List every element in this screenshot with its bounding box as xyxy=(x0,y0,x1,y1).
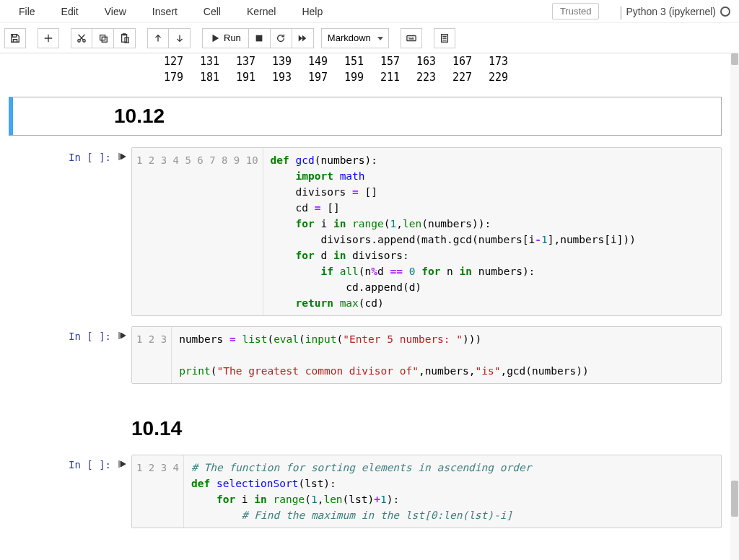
cut-button[interactable] xyxy=(71,28,92,48)
plus-icon xyxy=(43,33,53,43)
move-down-button[interactable] xyxy=(169,28,191,48)
interrupt-button[interactable] xyxy=(249,28,271,48)
menu-help[interactable]: Help xyxy=(289,3,336,20)
save-button[interactable] xyxy=(4,28,26,48)
copy-icon xyxy=(98,33,108,43)
move-up-button[interactable] xyxy=(147,28,169,48)
svg-rect-2 xyxy=(100,35,105,40)
copy-button[interactable] xyxy=(92,28,114,48)
stop-icon xyxy=(254,33,264,43)
svg-rect-3 xyxy=(102,37,107,42)
svg-point-1 xyxy=(83,39,86,42)
svg-rect-7 xyxy=(256,35,263,41)
kernel-name[interactable]: Python 3 (ipykernel) xyxy=(626,6,716,17)
save-icon xyxy=(10,33,20,43)
menu-edit[interactable]: Edit xyxy=(48,3,92,20)
menu-kernel[interactable]: Kernel xyxy=(234,3,289,20)
cell-type-select[interactable]: Markdown xyxy=(321,28,389,48)
menu-insert[interactable]: Insert xyxy=(139,3,191,20)
fast-forward-icon xyxy=(297,33,307,43)
kernel-indicator-icon[interactable] xyxy=(720,6,730,17)
svg-point-0 xyxy=(78,39,81,42)
paste-icon xyxy=(120,33,130,43)
menu-view[interactable]: View xyxy=(92,3,139,20)
run-button[interactable]: Run xyxy=(202,28,249,48)
restart-button[interactable] xyxy=(271,28,292,48)
play-icon xyxy=(210,33,220,43)
run-label: Run xyxy=(224,32,241,43)
svg-rect-8 xyxy=(407,35,416,40)
open-notebook-button[interactable] xyxy=(434,28,455,48)
scissors-icon xyxy=(76,33,87,43)
arrow-down-icon xyxy=(175,33,185,43)
arrow-up-icon xyxy=(153,33,163,43)
refresh-icon xyxy=(276,33,286,43)
command-palette-button[interactable] xyxy=(401,28,422,48)
menu-cell[interactable]: Cell xyxy=(191,3,234,20)
svg-rect-4 xyxy=(121,34,126,42)
restart-run-all-button[interactable] xyxy=(292,28,314,48)
cell-type-wrap: Markdown xyxy=(317,28,389,48)
notebook-icon xyxy=(440,33,450,43)
menu-bar: File Edit View Insert Cell Kernel Help T… xyxy=(0,0,739,23)
add-cell-button[interactable] xyxy=(38,28,59,48)
kernel-sep xyxy=(621,6,621,19)
keyboard-icon xyxy=(406,33,416,43)
menu-file[interactable]: File xyxy=(6,3,48,20)
toolbar: Run Markdown xyxy=(0,23,739,53)
paste-button[interactable] xyxy=(114,28,136,48)
trusted-badge[interactable]: Trusted xyxy=(552,3,600,19)
